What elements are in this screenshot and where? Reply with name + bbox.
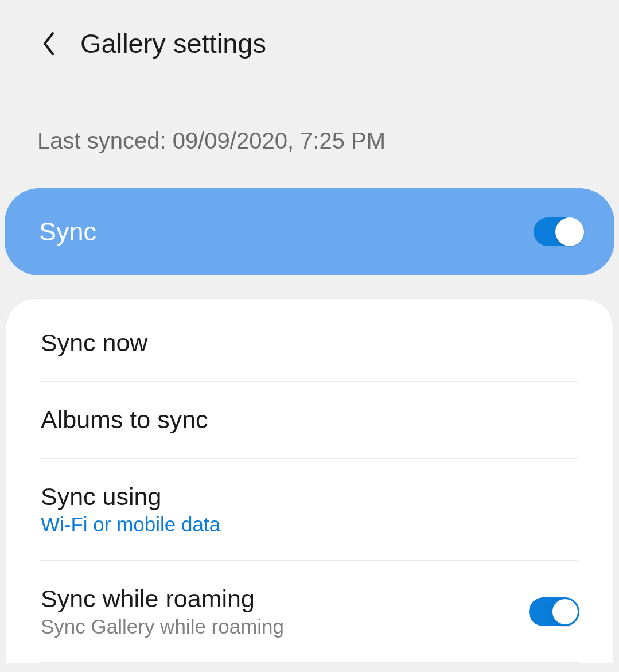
roaming-toggle[interactable] bbox=[529, 597, 578, 626]
sync-toggle[interactable] bbox=[534, 217, 583, 246]
sync-while-roaming-row[interactable]: Sync while roaming Sync Gallery while ro… bbox=[41, 561, 578, 663]
sync-label: Sync bbox=[39, 217, 96, 247]
page-title: Gallery settings bbox=[80, 28, 266, 59]
toggle-knob bbox=[555, 217, 584, 246]
option-title: Sync while roaming bbox=[41, 585, 284, 613]
sync-now-row[interactable]: Sync now bbox=[41, 299, 578, 382]
sync-toggle-card[interactable]: Sync bbox=[5, 188, 614, 275]
options-card: Sync now Albums to sync Sync using Wi-Fi… bbox=[6, 298, 613, 663]
toggle-knob bbox=[551, 597, 579, 626]
option-title: Sync using bbox=[41, 483, 220, 511]
option-title: Albums to sync bbox=[41, 406, 208, 434]
albums-to-sync-row[interactable]: Albums to sync bbox=[41, 382, 578, 459]
option-subtitle: Wi-Fi or mobile data bbox=[41, 513, 220, 536]
sync-using-row[interactable]: Sync using Wi-Fi or mobile data bbox=[41, 459, 578, 561]
last-synced-text: Last synced: 09/09/2020, 7:25 PM bbox=[0, 76, 619, 188]
option-title: Sync now bbox=[41, 329, 147, 357]
option-subtitle: Sync Gallery while roaming bbox=[41, 615, 284, 638]
header: Gallery settings bbox=[0, 0, 619, 76]
back-icon[interactable] bbox=[40, 29, 57, 58]
